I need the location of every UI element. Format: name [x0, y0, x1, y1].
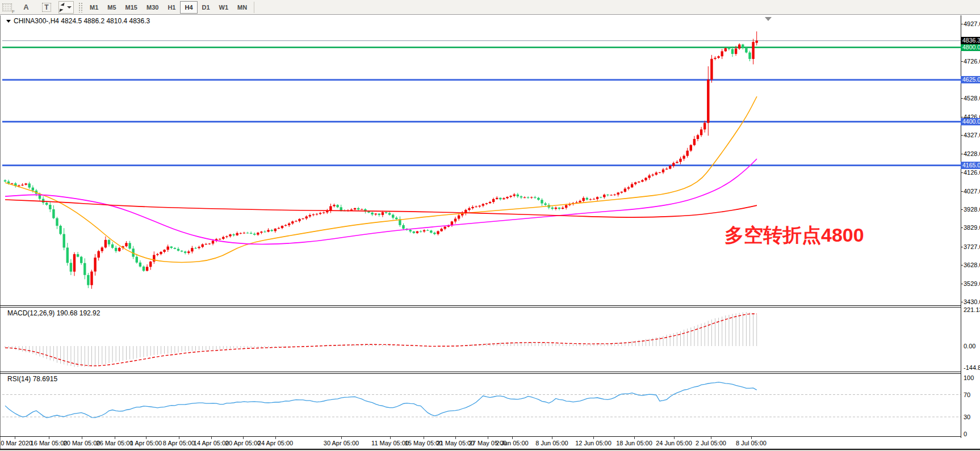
time-tick-mark: [711, 437, 711, 439]
price-tick-label: 4027.0: [964, 188, 980, 195]
candle-body: [177, 249, 179, 251]
price-tick-label: 3829.0: [964, 224, 980, 231]
candle-body: [606, 195, 609, 195]
candle-body: [108, 240, 110, 245]
candle-body: [631, 184, 633, 188]
rsi-indicator-label: RSI(14) 78.6915: [7, 375, 57, 383]
candle-body: [118, 248, 120, 251]
price-tick-mark: [961, 209, 963, 210]
price-tick-mark: [961, 172, 963, 173]
candle-body: [229, 234, 231, 236]
candle-body: [395, 218, 397, 220]
candle-body: [295, 221, 297, 222]
symbol-dropdown-icon[interactable]: [6, 20, 11, 23]
time-tick-label: 11 May 05:00: [371, 440, 409, 446]
candle-body: [527, 197, 529, 198]
candle-body: [309, 215, 311, 216]
candle-body: [710, 59, 713, 80]
candle-body: [375, 214, 377, 215]
price-tick-label: 4528.0: [964, 95, 980, 102]
candle-body: [423, 230, 425, 231]
candle-body: [357, 208, 359, 209]
candle-body: [468, 208, 470, 210]
candle-body: [232, 234, 234, 235]
time-tick-label: 26 Mar 05:00: [97, 440, 133, 446]
candle-body: [416, 231, 418, 233]
price-tick-label: 3430.0: [964, 298, 980, 305]
price-tick-mark: [961, 284, 963, 284]
candle-body: [202, 245, 204, 247]
candle-body: [257, 233, 259, 234]
candle-body: [219, 239, 221, 239]
candle-body: [742, 44, 744, 48]
candle-body: [624, 189, 626, 192]
candle-body: [198, 247, 200, 248]
symbol-ohlc-text: CHINA300-,H4 4824.5 4886.2 4810.4 4836.3: [14, 17, 150, 25]
candle-body: [136, 257, 138, 263]
candle-body: [350, 209, 353, 210]
symbol-title[interactable]: CHINA300-,H4 4824.5 4886.2 4810.4 4836.3: [6, 17, 150, 25]
candle-body: [87, 275, 89, 285]
time-tick-mark: [424, 437, 424, 439]
candle-body: [662, 170, 664, 172]
candle-body: [496, 198, 498, 199]
candle-body: [45, 203, 48, 205]
current-price-badge: 4836.3: [961, 37, 980, 44]
time-tick-mark: [674, 437, 675, 439]
candle-body: [707, 79, 709, 123]
candle-body: [700, 129, 702, 135]
candle-body: [724, 48, 727, 51]
time-tick-mark: [488, 437, 488, 439]
candle-body: [679, 159, 681, 162]
candle-body: [24, 183, 27, 184]
candle-body: [748, 53, 751, 59]
candle-body: [745, 48, 747, 53]
time-tick-mark: [179, 437, 179, 439]
candle-body: [735, 49, 737, 54]
time-tick-mark: [15, 437, 15, 439]
chart-annotation[interactable]: 多空转折点4800: [724, 222, 864, 248]
candle-body: [413, 231, 415, 233]
candle-body: [621, 192, 623, 193]
candle-body: [222, 237, 224, 239]
candle-body: [146, 267, 148, 271]
candle-body: [378, 214, 380, 215]
candle-body: [471, 207, 474, 208]
candle-body: [267, 230, 269, 231]
time-tick-mark: [49, 437, 49, 439]
macd-panel-splitter[interactable]: [0, 307, 961, 307]
time-tick-mark: [82, 437, 82, 439]
candle-body: [690, 145, 692, 151]
rsi-panel-splitter[interactable]: [0, 373, 961, 374]
candle-body: [184, 251, 186, 252]
candle-body: [340, 207, 342, 210]
candle-body: [544, 204, 546, 205]
candle-body: [485, 203, 488, 204]
candle-body: [433, 233, 435, 234]
time-tick-label: 2 Jun 05:00: [496, 440, 529, 446]
candle-body: [506, 197, 508, 198]
candle-body: [475, 206, 477, 207]
price-tick-mark: [961, 135, 963, 136]
candle-body: [319, 213, 321, 214]
candle-body: [128, 243, 131, 248]
candle-body: [205, 244, 207, 245]
price-tick-label: 3928.0: [964, 206, 980, 213]
candle-body: [301, 218, 304, 219]
time-tick-mark: [115, 437, 115, 439]
price-tick-label: 4726.0: [964, 58, 980, 65]
candle-body: [558, 208, 560, 209]
level-price-badge: 4800.0: [961, 44, 980, 51]
candle-body: [426, 230, 429, 231]
time-tick-mark: [512, 437, 513, 439]
candle-body: [32, 188, 34, 191]
candle-body: [409, 230, 412, 231]
candle-body: [59, 226, 61, 234]
price-tick-mark: [961, 117, 963, 117]
candle-body: [70, 263, 72, 271]
candle-body: [665, 168, 668, 169]
candle-body: [603, 195, 605, 197]
candle-body: [509, 196, 512, 197]
candle-body: [617, 192, 619, 194]
candle-body: [523, 197, 526, 198]
